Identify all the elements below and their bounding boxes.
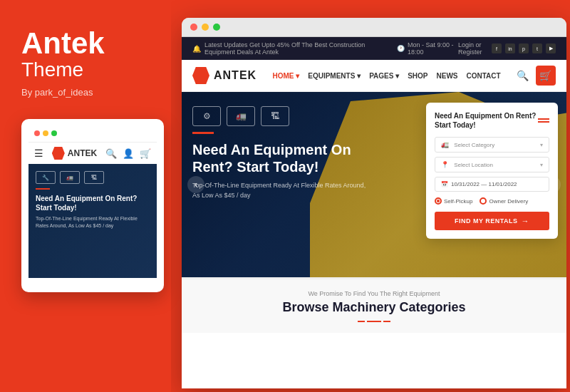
browser-dot-green (213, 24, 220, 31)
main-nav: ANTEK HOME ▾ EQUIPMENTS ▾ PAGES ▾ SHOP N… (182, 60, 566, 92)
browser-chrome (182, 18, 566, 37)
mobile-equip-icon-3: 🏗 (84, 171, 104, 184)
nav-cart-icon[interactable]: 🛒 (536, 66, 556, 86)
info-announcement: 🔔 Latest Updates Get Upto 45% Off The Be… (192, 41, 397, 56)
nav-logo-text: ANTEK (214, 69, 256, 82)
top-info-bar: 🔔 Latest Updates Get Upto 45% Off The Be… (182, 37, 566, 60)
location-icon: 📍 (441, 161, 449, 168)
hero-content: ⚙ 🚛 🏗 Need An Equipment On Rent? Start T… (182, 92, 381, 215)
hero-icon-1: ⚙ (192, 106, 221, 126)
calendar-icon: 📅 (441, 181, 448, 187)
bottom-line-2 (367, 321, 381, 322)
pickup-radio-dot (435, 197, 442, 205)
rental-card-title: Need An Equipment On Rent? Start Today! (435, 111, 538, 130)
rental-card: Need An Equipment On Rent? Start Today! … (426, 103, 558, 239)
mobile-logo-icon (52, 147, 65, 160)
owner-delivery-radio[interactable]: Owner Delivery (480, 197, 528, 205)
login-link[interactable]: Login or Register (458, 41, 486, 56)
mobile-equip-icon-2: 🚛 (60, 171, 80, 184)
browser-dot-red (190, 24, 197, 31)
nav-equipments[interactable]: EQUIPMENTS ▾ (308, 72, 361, 80)
nav-logo-icon (192, 67, 209, 84)
nav-home[interactable]: HOME ▾ (272, 72, 299, 80)
bottom-line-1 (358, 321, 365, 322)
brand-name: Antek (21, 29, 150, 58)
mobile-hero-sub: Top-Of-The-Line Equipment Ready At Flexi… (36, 215, 150, 229)
mobile-hero: 🔧 🚛 🏗 Need An Equipment On Rent? Start T… (28, 164, 157, 278)
nav-links: HOME ▾ EQUIPMENTS ▾ PAGES ▾ SHOP NEWS CO… (272, 72, 500, 80)
mobile-cart-icon[interactable]: 🛒 (140, 148, 151, 159)
instagram-icon[interactable]: in (505, 43, 515, 53)
mobile-dot-yellow (43, 130, 48, 136)
bottom-tagline: We Promise To Find You The Right Equipme… (192, 290, 556, 297)
bottom-section: We Promise To Find You The Right Equipme… (182, 277, 566, 333)
pinterest-icon[interactable]: p (519, 43, 529, 53)
mobile-equip-icons: 🔧 🚛 🏗 (36, 171, 150, 184)
brand-author: By park_of_ideas (21, 87, 150, 98)
category-arrow: ▾ (540, 142, 543, 148)
bottom-line-3 (383, 321, 390, 322)
rental-card-header: Need An Equipment On Rent? Start Today! (435, 111, 549, 130)
mobile-equip-icon-1: 🔧 (36, 171, 56, 184)
find-rentals-button[interactable]: FIND MY RENTALS → (435, 212, 549, 230)
social-icons: f in p t ▶ (492, 43, 556, 53)
mobile-nav-icons: 🔍 👤 🛒 (105, 148, 151, 159)
delivery-radio-dot (480, 197, 487, 205)
mobile-hamburger-icon[interactable]: ☰ (34, 148, 43, 159)
browser-dot-yellow (202, 24, 209, 31)
mobile-dot-green (51, 130, 57, 136)
rental-card-decoration (538, 118, 549, 123)
location-select[interactable]: 📍 Select Location ▾ (435, 157, 549, 172)
category-select[interactable]: 🚛 Select Category ▾ (435, 137, 549, 153)
nav-news[interactable]: NEWS (437, 72, 458, 80)
mobile-bottom-strip (28, 279, 157, 285)
hero-red-line (192, 132, 214, 134)
clock-icon: 🕐 (397, 45, 405, 52)
hero-equip-icons: ⚙ 🚛 🏗 (192, 106, 370, 126)
nav-contact[interactable]: CONTACT (467, 72, 501, 80)
twitter-icon[interactable]: t (532, 43, 542, 53)
location-arrow: ▾ (540, 162, 543, 168)
mobile-search-icon[interactable]: 🔍 (105, 148, 117, 159)
announcement-icon: 🔔 (192, 45, 201, 53)
bottom-title: Browse Machinery Categories (192, 300, 556, 315)
category-icon: 🚛 (441, 141, 449, 148)
mobile-logo: ANTEK (52, 147, 97, 160)
hero-icon-3: 🏗 (261, 106, 289, 126)
nav-pages[interactable]: PAGES ▾ (369, 72, 399, 80)
nav-icons-right: 🔍 🛒 (517, 66, 556, 86)
brand-subtitle: Theme (21, 58, 150, 81)
mobile-chrome-bar (28, 126, 157, 143)
nav-logo: ANTEK (192, 67, 256, 84)
mobile-user-icon[interactable]: 👤 (123, 148, 134, 159)
mobile-hero-title: Need An Equipment On Rent? Start Today! (36, 194, 150, 212)
bottom-decoration (192, 321, 556, 322)
hero-prev-arrow[interactable]: ‹ (187, 176, 204, 193)
left-panel: Antek Theme By park_of_ideas ☰ ANTEK 🔍 👤… (0, 0, 171, 392)
mobile-dot-red (34, 130, 40, 136)
mobile-divider (36, 188, 50, 190)
mobile-logo-text: ANTEK (68, 148, 97, 158)
btn-arrow-icon: → (522, 217, 530, 225)
announcement-text: Latest Updates Get Upto 45% Off The Best… (204, 41, 397, 56)
browser-mockup: 🔔 Latest Updates Get Upto 45% Off The Be… (182, 18, 566, 388)
date-range-field[interactable]: 📅 10/31/2022 — 11/01/2022 (435, 177, 549, 192)
info-hours: 🕐 Mon - Sat 9:00 - 18:00 (397, 41, 458, 56)
hero-section: ⚙ 🚛 🏗 Need An Equipment On Rent? Start T… (182, 92, 566, 277)
hero-title: Need An Equipment On Rent? Start Today! (192, 141, 370, 175)
mobile-nav: ☰ ANTEK 🔍 👤 🛒 (28, 143, 157, 164)
self-pickup-radio[interactable]: Self-Pickup (435, 197, 472, 205)
nav-search-icon[interactable]: 🔍 (517, 70, 529, 81)
facebook-icon[interactable]: f (492, 43, 502, 53)
rental-line-2 (538, 121, 549, 123)
delivery-options: Self-Pickup Owner Delivery (435, 197, 549, 205)
info-right: Login or Register f in p t ▶ (458, 41, 556, 56)
hero-icon-2: 🚛 (227, 106, 255, 126)
mobile-mockup: ☰ ANTEK 🔍 👤 🛒 🔧 🚛 🏗 Need An Equipment On… (21, 119, 164, 292)
youtube-icon[interactable]: ▶ (546, 43, 556, 53)
rental-line-1 (538, 118, 549, 120)
nav-shop[interactable]: SHOP (408, 72, 428, 80)
